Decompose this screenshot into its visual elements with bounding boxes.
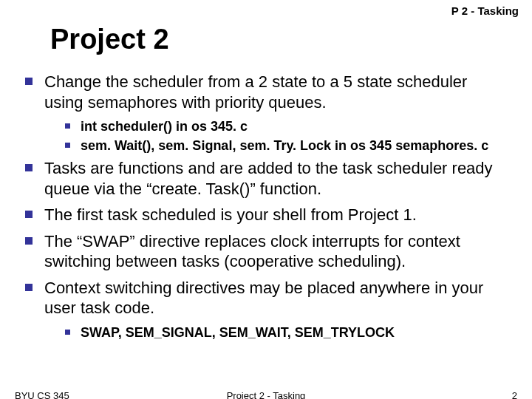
list-item: sem. Wait(), sem. Signal, sem. Try. Lock… — [65, 137, 507, 154]
list-item: The “SWAP” directive replaces clock inte… — [25, 231, 507, 272]
footer-center: Project 2 - Tasking — [0, 390, 532, 399]
square-bullet-icon — [25, 164, 33, 171]
bullet-text: Context switching directives may be plac… — [44, 278, 507, 318]
list-item: Context switching directives may be plac… — [25, 278, 507, 318]
slide: P 2 - Tasking Project 2 Change the sched… — [0, 0, 532, 399]
square-bullet-icon — [25, 284, 33, 291]
bullet-text: SWAP, SEM_SIGNAL, SEM_WAIT, SEM_TRYLOCK — [81, 324, 507, 341]
bullet-text: Tasks are functions and are added to the… — [44, 158, 507, 199]
square-bullet-icon — [25, 237, 33, 245]
bullet-list: Change the scheduler from a 2 state to a… — [25, 72, 507, 112]
square-bullet-icon — [25, 78, 33, 85]
footer-page-number: 2 — [512, 390, 517, 399]
header-label: P 2 - Tasking — [451, 4, 519, 17]
bullet-text: sem. Wait(), sem. Signal, sem. Try. Lock… — [81, 137, 507, 154]
bullet-list: Tasks are functions and are added to the… — [25, 158, 507, 318]
list-item: Tasks are functions and are added to the… — [25, 158, 507, 199]
sub-bullet-list: int scheduler() in os 345. c sem. Wait()… — [65, 118, 507, 154]
bullet-text: int scheduler() in os 345. c — [81, 118, 507, 135]
bullet-text: The first task scheduled is your shell f… — [44, 205, 507, 225]
list-item: Change the scheduler from a 2 state to a… — [25, 72, 507, 112]
bullet-text: The “SWAP” directive replaces clock inte… — [44, 231, 507, 272]
square-bullet-icon — [65, 123, 70, 129]
list-item: SWAP, SEM_SIGNAL, SEM_WAIT, SEM_TRYLOCK — [65, 324, 507, 341]
sub-bullet-list: SWAP, SEM_SIGNAL, SEM_WAIT, SEM_TRYLOCK — [65, 324, 507, 341]
bullet-text: Change the scheduler from a 2 state to a… — [44, 72, 507, 112]
list-item: int scheduler() in os 345. c — [65, 118, 507, 135]
square-bullet-icon — [25, 211, 33, 218]
square-bullet-icon — [65, 330, 70, 335]
list-item: The first task scheduled is your shell f… — [25, 205, 507, 225]
slide-title: Project 2 — [50, 24, 507, 55]
square-bullet-icon — [65, 143, 70, 148]
